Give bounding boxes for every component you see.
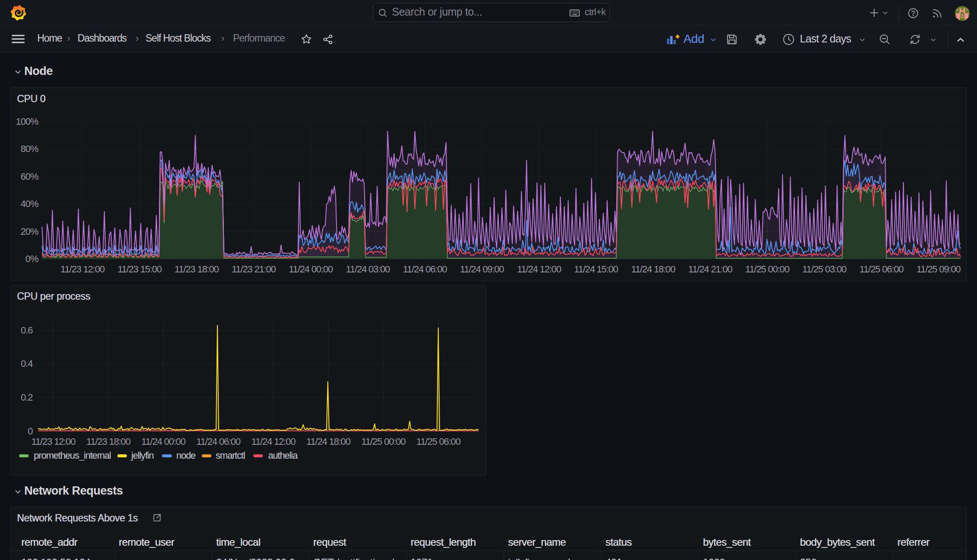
svg-text:11/24 06:00: 11/24 06:00 (403, 264, 447, 275)
svg-text:11/24 06:00: 11/24 06:00 (196, 436, 240, 447)
svg-text:11/24 12:00: 11/24 12:00 (251, 436, 295, 447)
svg-text:11/25 06:00: 11/25 06:00 (859, 264, 903, 275)
svg-text:11/23 18:00: 11/23 18:00 (175, 264, 219, 275)
svg-text:40%: 40% (21, 198, 39, 209)
svg-text:11/25 00:00: 11/25 00:00 (745, 264, 789, 275)
svg-text:11/23 12:00: 11/23 12:00 (61, 264, 105, 275)
svg-text:11/23 12:00: 11/23 12:00 (31, 436, 75, 447)
svg-text:0%: 0% (26, 253, 39, 264)
svg-text:20%: 20% (21, 226, 39, 237)
svg-text:11/25 09:00: 11/25 09:00 (916, 264, 961, 275)
svg-text:60%: 60% (21, 171, 39, 182)
svg-text:11/24 03:00: 11/24 03:00 (346, 264, 390, 275)
svg-text:11/24 18:00: 11/24 18:00 (631, 264, 675, 275)
svg-text:11/24 00:00: 11/24 00:00 (289, 264, 333, 275)
svg-text:0.2: 0.2 (21, 392, 33, 403)
svg-text:11/25 06:00: 11/25 06:00 (416, 436, 460, 447)
svg-text:11/24 18:00: 11/24 18:00 (306, 436, 350, 447)
svg-text:11/24 12:00: 11/24 12:00 (517, 264, 561, 275)
svg-text:0.6: 0.6 (21, 325, 33, 336)
svg-text:11/25 00:00: 11/25 00:00 (361, 436, 405, 447)
svg-text:0: 0 (28, 426, 33, 437)
svg-text:0.4: 0.4 (21, 358, 33, 369)
svg-text:100%: 100% (16, 116, 39, 127)
svg-text:11/25 03:00: 11/25 03:00 (802, 264, 847, 275)
svg-text:11/24 00:00: 11/24 00:00 (141, 436, 185, 447)
svg-text:11/24 09:00: 11/24 09:00 (460, 264, 504, 275)
svg-text:11/24 21:00: 11/24 21:00 (688, 264, 732, 275)
svg-text:11/23 21:00: 11/23 21:00 (232, 264, 276, 275)
svg-text:11/23 18:00: 11/23 18:00 (86, 436, 130, 447)
svg-text:11/23 15:00: 11/23 15:00 (117, 264, 162, 275)
svg-text:80%: 80% (21, 143, 39, 154)
svg-text:11/24 15:00: 11/24 15:00 (574, 264, 618, 275)
